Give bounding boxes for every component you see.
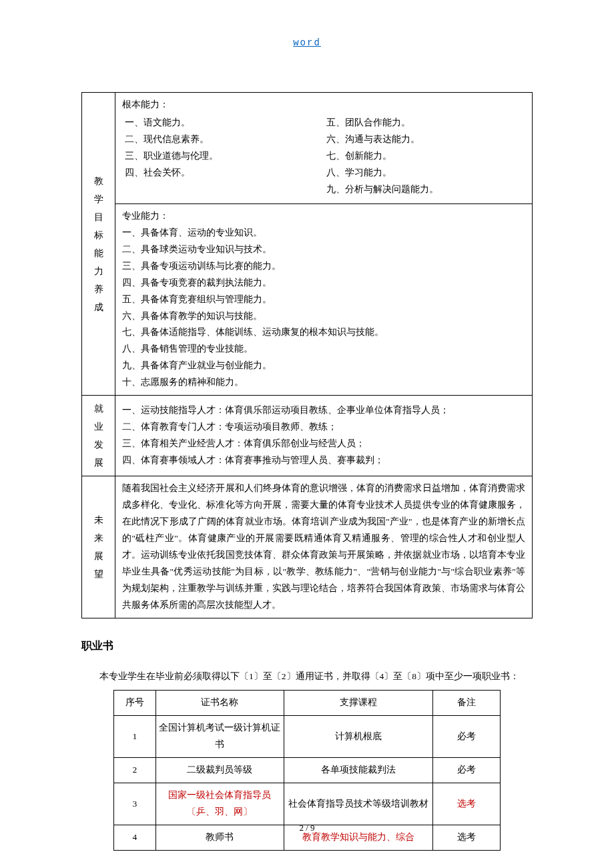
cert-cell: 必考 xyxy=(432,716,500,758)
rowlabel-teaching: 教学目标能力养成 xyxy=(82,92,115,395)
cert-row: 2二级裁判员等级各单项技能裁判法必考 xyxy=(114,758,501,783)
list-item: 九、分析与解决问题能力。 xyxy=(326,181,523,198)
cert-cell: 2 xyxy=(114,758,156,783)
list-item: 三、体育相关产业经营人才：体育俱乐部创业与经营人员； xyxy=(122,436,525,452)
cert-cell: 3 xyxy=(114,783,156,825)
future-cell: 随着我国社会主义经济开展和人们终身体育的意识增强，体育的消费需求日益增加，体育消… xyxy=(115,476,533,618)
list-item: 七、创新能力。 xyxy=(326,148,523,165)
table-row: 就业发展 一、运动技能指导人才：体育俱乐部运动项目教练、企事业单位体育指导人员；… xyxy=(82,396,533,476)
pro-list: 一、具备体育、运动的专业知识。二、具备球类运动专业知识与技术。三、具备专项运动训… xyxy=(122,225,525,392)
pro-ability-cell: 专业能力： 一、具备体育、运动的专业知识。二、具备球类运动专业知识与技术。三、具… xyxy=(115,203,533,396)
list-item: 八、具备销售管理的专业技能。 xyxy=(122,341,525,358)
list-item: 一、运动技能指导人才：体育俱乐部运动项目教练、企事业单位体育指导人员； xyxy=(122,402,525,419)
rowlabel-text: 未来展望 xyxy=(94,515,103,579)
table-row: 专业能力： 一、具备体育、运动的专业知识。二、具备球类运动专业知识与技术。三、具… xyxy=(82,203,533,396)
cert-cell: 全国计算机考试一级计算机证书 xyxy=(156,716,284,758)
list-item: 一、语文能力。 xyxy=(125,115,321,131)
list-item: 十、志愿服务的精神和能力。 xyxy=(122,374,525,391)
cert-cell: 国家一级社会体育指导员〔乒、羽、网〕 xyxy=(156,783,284,825)
cert-header: 证书名称 xyxy=(156,691,284,716)
basic-ability-cell: 根本能力： 一、语文能力。二、现代信息素养。三、职业道德与伦理。四、社会关怀。 … xyxy=(115,92,533,203)
basic-left: 一、语文能力。二、现代信息素养。三、职业道德与伦理。四、社会关怀。 xyxy=(122,113,324,199)
rowlabel-text: 教学目标能力养成 xyxy=(94,176,103,312)
list-item: 九、具备体育产业就业与创业能力。 xyxy=(122,358,525,374)
page-footer: 2 / 9 xyxy=(0,820,614,836)
cert-section-title: 职业书 xyxy=(81,636,533,656)
cert-row: 1全国计算机考试一级计算机证书计算机根底必考 xyxy=(114,716,501,758)
basic-title: 根本能力： xyxy=(122,97,525,113)
basic-right: 五、团队合作能力。六、沟通与表达能力。七、创新能力。八、学习能力。九、分析与解决… xyxy=(324,113,525,199)
cert-cell: 1 xyxy=(114,716,156,758)
rowlabel-text: 就业发展 xyxy=(94,404,103,468)
list-item: 一、具备体育、运动的专业知识。 xyxy=(122,225,525,242)
cert-cell: 选考 xyxy=(432,783,500,825)
cert-header-row: 序号 证书名称 支撑课程 备注 xyxy=(114,691,501,716)
table-row: 教学目标能力养成 根本能力： 一、语文能力。二、现代信息素养。三、职业道德与伦理… xyxy=(82,92,533,203)
basic-columns: 一、语文能力。二、现代信息素养。三、职业道德与伦理。四、社会关怀。 五、团队合作… xyxy=(122,113,525,199)
list-item: 四、具备专项竞赛的裁判执法能力。 xyxy=(122,275,525,292)
rowlabel-future: 未来展望 xyxy=(82,476,115,618)
cert-cell: 二级裁判员等级 xyxy=(156,758,284,783)
header-link[interactable]: word xyxy=(81,35,533,52)
list-item: 八、学习能力。 xyxy=(326,165,523,181)
cert-header: 支撑课程 xyxy=(284,691,433,716)
list-item: 二、具备球类运动专业知识与技术。 xyxy=(122,242,525,258)
cert-cell: 计算机根底 xyxy=(284,716,433,758)
table-row: 未来展望 随着我国社会主义经济开展和人们终身体育的意识增强，体育的消费需求日益增… xyxy=(82,476,533,618)
list-item: 三、职业道德与伦理。 xyxy=(125,148,321,165)
cert-cell: 必考 xyxy=(432,758,500,783)
list-item: 四、社会关怀。 xyxy=(125,165,321,181)
rowlabel-career: 就业发展 xyxy=(82,396,115,476)
cert-header: 序号 xyxy=(114,691,156,716)
list-item: 七、具备体适能指导、体能训练、运动康复的根本知识与技能。 xyxy=(122,324,525,341)
cert-cell: 各单项技能裁判法 xyxy=(284,758,433,783)
list-item: 四、体育赛事领域人才：体育赛事推动与管理人员、赛事裁判； xyxy=(122,452,525,469)
list-item: 五、具备体育竞赛组织与管理能力。 xyxy=(122,292,525,308)
cert-cell: 社会体育指导员技术等级培训教材 xyxy=(284,783,433,825)
cert-intro: 本专业学生在毕业前必须取得以下〔1〕至〔2〕通用证书，并取得〔4〕至〔8〕项中至… xyxy=(81,667,533,687)
cert-header: 备注 xyxy=(432,691,500,716)
main-table: 教学目标能力养成 根本能力： 一、语文能力。二、现代信息素养。三、职业道德与伦理… xyxy=(81,92,533,618)
list-item: 六、沟通与表达能力。 xyxy=(326,131,523,148)
list-item: 三、具备专项运动训练与比赛的能力。 xyxy=(122,258,525,275)
list-item: 二、体育教育专门人才：专项运动项目教师、教练； xyxy=(122,419,525,436)
list-item: 五、团队合作能力。 xyxy=(326,115,523,131)
list-item: 六、具备体育教学的知识与技能。 xyxy=(122,308,525,325)
cert-row: 3国家一级社会体育指导员〔乒、羽、网〕社会体育指导员技术等级培训教材选考 xyxy=(114,783,501,825)
list-item: 二、现代信息素养。 xyxy=(125,131,321,148)
pro-title: 专业能力： xyxy=(122,208,525,225)
career-cell: 一、运动技能指导人才：体育俱乐部运动项目教练、企事业单位体育指导人员；二、体育教… xyxy=(115,396,533,476)
